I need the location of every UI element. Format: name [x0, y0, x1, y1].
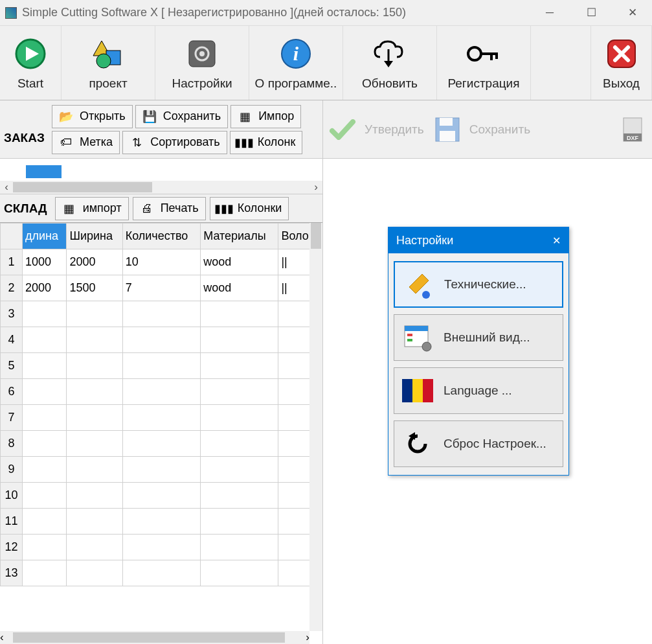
columns-icon: ▮▮▮ — [237, 135, 251, 150]
register-button[interactable]: Регистрация — [437, 26, 531, 100]
table-row[interactable]: 4 — [1, 327, 322, 353]
tag-icon: 🏷 — [59, 135, 73, 150]
svg-rect-28 — [407, 334, 412, 336]
table-row[interactable]: 9 — [1, 457, 322, 483]
appearance-settings-button[interactable]: Внешний вид... — [394, 314, 563, 361]
dialog-titlebar[interactable]: Настройки ✕ — [388, 227, 568, 253]
svg-rect-21 — [440, 131, 455, 141]
table-row[interactable]: 11000200010wood|| — [1, 249, 322, 275]
table-row[interactable]: 3 — [1, 301, 322, 327]
scroll-left-icon[interactable]: ‹ — [0, 631, 4, 644]
svg-point-12 — [468, 47, 481, 60]
table-row[interactable]: 5 — [1, 353, 322, 379]
col-width[interactable]: Ширина — [67, 224, 122, 249]
right-panel: Утвердить Сохранить DXF Настройки ✕ Техн… — [322, 100, 652, 644]
import-button[interactable]: ▦Импор — [230, 105, 301, 128]
label-button[interactable]: 🏷Метка — [52, 131, 120, 154]
order-tabs-area: ‹ › — [0, 159, 322, 194]
open-button[interactable]: 📂Открыть — [52, 105, 133, 128]
scroll-right-icon[interactable]: › — [309, 181, 322, 194]
svg-point-7 — [199, 51, 205, 56]
window-title: Simple Cutting Software X [ Незарегистри… — [22, 6, 535, 19]
scroll-thumb[interactable] — [13, 632, 285, 643]
table-row[interactable]: 10 — [1, 483, 322, 509]
cloud-download-icon — [371, 35, 409, 73]
right-save-button[interactable]: Сохранить — [432, 114, 530, 145]
start-button[interactable]: Start — [0, 26, 62, 100]
folder-open-icon: 📂 — [59, 109, 73, 124]
sklad-columns-button[interactable]: ▮▮▮Колонки — [210, 197, 289, 220]
wrench-icon — [401, 268, 435, 301]
dialog-close-button[interactable]: ✕ — [552, 235, 561, 247]
sort-button[interactable]: ⇅Сортировать — [122, 131, 227, 154]
sort-icon: ⇅ — [129, 135, 144, 150]
columns-icon: ▮▮▮ — [217, 201, 231, 216]
table-row[interactable]: 12 — [1, 535, 322, 560]
svg-marker-11 — [384, 61, 393, 67]
table-row[interactable]: 13 — [1, 560, 322, 586]
sklad-import-button[interactable]: ▦импорт — [55, 197, 129, 220]
dxf-icon: DXF — [617, 114, 648, 145]
titlebar: Simple Cutting Software X [ Незарегистри… — [0, 0, 652, 26]
svg-rect-32 — [412, 379, 423, 402]
svg-rect-27 — [405, 326, 428, 331]
col-quantity[interactable]: Количество — [122, 224, 201, 249]
dxf-button[interactable]: DXF — [617, 114, 648, 145]
save-button[interactable]: 💾Сохранить — [135, 105, 228, 128]
key-icon — [465, 35, 502, 73]
scroll-right-icon[interactable]: › — [306, 631, 309, 644]
reset-settings-button[interactable]: Сброс Настроек... — [394, 420, 563, 467]
table-row[interactable]: 2200015007wood|| — [1, 275, 322, 301]
order-section-label: ЗАКАЗ — [0, 131, 52, 158]
svg-text:DXF: DXF — [627, 135, 639, 141]
layout-icon — [401, 321, 434, 354]
svg-point-25 — [422, 291, 430, 299]
scroll-thumb[interactable] — [311, 223, 321, 249]
floppy-icon — [432, 114, 463, 145]
right-toolbar: Утвердить Сохранить DXF — [323, 100, 652, 159]
table-row[interactable]: 7 — [1, 405, 322, 431]
columns-button[interactable]: ▮▮▮Колонк — [230, 131, 303, 154]
table-row[interactable]: 11 — [1, 509, 322, 535]
printer-icon: 🖨 — [140, 201, 154, 216]
svg-rect-29 — [407, 339, 412, 341]
order-toolbar: ЗАКАЗ 📂Открыть 💾Сохранить ▦Импор 🏷Метка … — [0, 100, 322, 159]
grid-icon: ▦ — [238, 109, 252, 124]
scroll-left-icon[interactable]: ‹ — [0, 181, 13, 194]
svg-rect-20 — [440, 118, 453, 126]
shapes-icon — [89, 35, 127, 73]
svg-rect-31 — [402, 379, 412, 402]
svg-rect-33 — [423, 379, 433, 402]
exit-button[interactable]: Выход — [590, 26, 652, 100]
table-row[interactable]: 6 — [1, 379, 322, 405]
settings-dialog: Настройки ✕ Технические... Внешний вид..… — [388, 227, 569, 476]
close-button[interactable]: ✕ — [618, 3, 647, 23]
language-settings-button[interactable]: Language ... — [394, 367, 563, 414]
print-button[interactable]: 🖨Печать — [133, 197, 206, 220]
approve-button[interactable]: Утвердить — [327, 114, 424, 145]
table-v-scrollbar[interactable] — [309, 223, 322, 631]
update-button[interactable]: Обновить — [343, 26, 437, 100]
technical-settings-button[interactable]: Технические... — [394, 261, 563, 308]
close-icon — [603, 35, 640, 73]
table-h-scrollbar[interactable]: ‹ › — [0, 631, 309, 644]
col-materials[interactable]: Материалы — [201, 224, 278, 249]
sklad-table: длина Ширина Количество Материалы Волок … — [0, 223, 322, 586]
main-toolbar: Start проект Настройки i О программе.. О… — [0, 26, 652, 100]
app-icon — [5, 7, 17, 19]
col-length[interactable]: длина — [23, 224, 67, 249]
table-row[interactable]: 8 — [1, 431, 322, 457]
play-icon — [12, 35, 49, 73]
save-icon: 💾 — [142, 109, 157, 124]
project-button[interactable]: проект — [62, 26, 155, 100]
minimize-button[interactable]: ─ — [535, 3, 564, 23]
maximize-button[interactable]: ☐ — [577, 3, 605, 23]
sklad-table-area: длина Ширина Количество Материалы Волок … — [0, 223, 322, 644]
scroll-thumb[interactable] — [13, 182, 152, 192]
sklad-toolbar: СКЛАД ▦импорт 🖨Печать ▮▮▮Колонки — [0, 194, 322, 223]
settings-button[interactable]: Настройки — [155, 26, 249, 100]
order-h-scrollbar[interactable]: ‹ › — [0, 181, 322, 194]
svg-point-30 — [422, 342, 431, 351]
order-tab[interactable] — [26, 165, 62, 178]
about-button[interactable]: i О программе.. — [249, 26, 343, 100]
